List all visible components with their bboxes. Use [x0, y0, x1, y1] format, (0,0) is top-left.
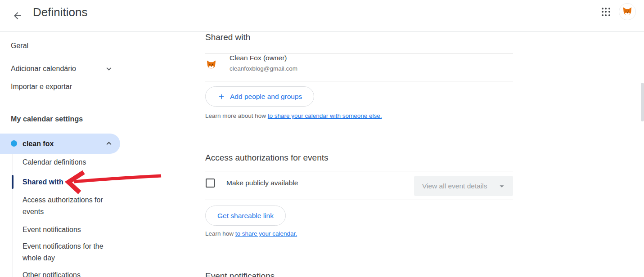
calendar-name: clean fox	[23, 140, 54, 148]
divider	[205, 171, 513, 171]
sidebar-item-general[interactable]: Geral	[11, 42, 28, 50]
sidebar-item-event-notifications-whole-day[interactable]: Event notifications for the whole day	[23, 241, 111, 264]
share-calendar-link[interactable]: to share your calendar with someone else…	[268, 112, 382, 119]
add-people-button-label: Add people and groups	[230, 93, 302, 101]
back-button[interactable]	[8, 7, 27, 26]
settings-content: Shared with Clean Fox (owner) cleanfoxbl…	[205, 0, 513, 277]
sidebar-item-calendar-definitions[interactable]: Calendar definitions	[23, 156, 86, 168]
chevron-down-icon[interactable]	[104, 64, 114, 74]
google-apps-button[interactable]	[597, 3, 615, 21]
event-details-dropdown-value: View all event details	[422, 182, 487, 190]
owner-name: Clean Fox (owner)	[230, 54, 287, 62]
account-avatar[interactable]	[618, 3, 636, 21]
sidebar-item-event-notifications[interactable]: Event notifications	[23, 224, 81, 236]
active-item-indicator	[12, 175, 14, 189]
red-annotation-arrow	[62, 167, 167, 197]
share-help-prefix: Learn more about how	[205, 112, 268, 119]
owner-email: cleanfoxblog@gmail.com	[230, 65, 297, 72]
make-public-checkbox[interactable]	[206, 179, 215, 188]
share-link-help-text: Learn how to share your calendar.	[205, 230, 297, 237]
event-notifications-heading: Event notifications	[205, 271, 275, 277]
sidebar-item-access-authorizations[interactable]: Access authorizations for events	[23, 194, 111, 218]
shared-with-heading: Shared with	[205, 32, 250, 42]
share-help-text: Learn more about how to share your calen…	[205, 112, 382, 119]
subnav-rail	[13, 154, 13, 277]
divider	[205, 81, 513, 81]
page-title: Definitions	[33, 5, 87, 19]
share-link-help-prefix: Learn how	[205, 230, 235, 237]
sidebar-item-shared-with[interactable]: Shared with	[23, 176, 63, 188]
sidebar-item-import-export[interactable]: Importar e exportar	[11, 83, 72, 91]
sidebar-item-add-calendar[interactable]: Adicionar calendário	[11, 65, 76, 73]
fox-avatar-icon	[619, 3, 636, 20]
make-public-label: Make publicly available	[226, 179, 298, 187]
sidebar-item-other-notifications[interactable]: Other notifications	[23, 269, 81, 277]
add-people-button[interactable]: Add people and groups	[205, 86, 314, 107]
chevron-up-icon[interactable]	[104, 138, 114, 148]
sidebar-calendar-clean-fox[interactable]: clean fox	[0, 134, 120, 154]
get-shareable-link-label: Get shareable link	[217, 212, 274, 220]
sidebar-section-header: My calendar settings	[11, 115, 83, 123]
calendar-color-dot	[11, 140, 17, 147]
back-arrow-icon	[12, 10, 23, 22]
apps-grid-icon	[602, 8, 610, 16]
get-shareable-link-button[interactable]: Get shareable link	[205, 206, 286, 226]
owner-fox-avatar-icon	[204, 58, 218, 71]
dropdown-caret-icon	[497, 181, 507, 191]
share-your-calendar-link[interactable]: to share your calendar.	[235, 230, 297, 237]
event-details-dropdown[interactable]: View all event details	[414, 176, 513, 196]
vertical-scrollbar-thumb[interactable]	[641, 83, 644, 121]
plus-icon	[217, 93, 225, 101]
divider	[205, 200, 513, 200]
access-auth-heading: Access authorizations for events	[205, 153, 329, 163]
divider	[205, 53, 513, 54]
